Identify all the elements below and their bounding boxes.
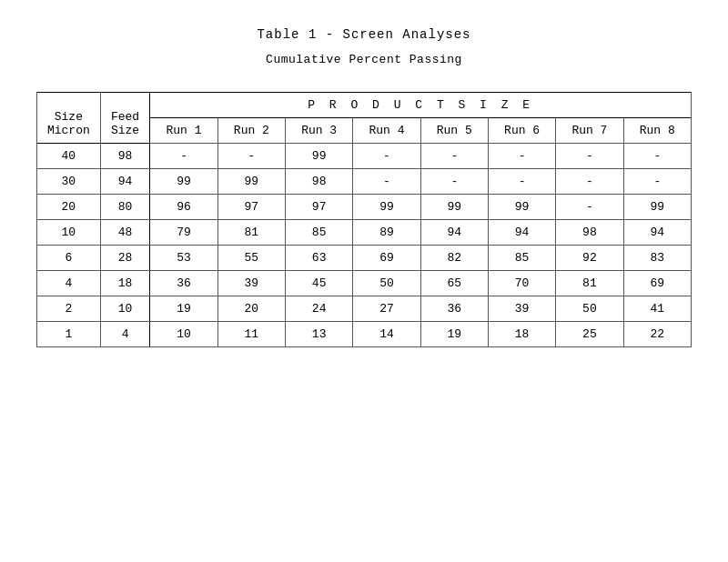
- cell-run7-row0: -: [556, 144, 623, 169]
- cell-run5-row5: 65: [420, 271, 488, 296]
- cell-size-row7: 1: [37, 322, 101, 347]
- cell-run8-row5: 69: [623, 271, 691, 296]
- cell-run6-row1: -: [488, 169, 555, 195]
- cell-feed-row4: 28: [100, 246, 150, 271]
- cell-run1-row0: -: [150, 144, 217, 169]
- col-header-size-micron: SizeMicron: [37, 93, 101, 144]
- cell-run6-row7: 18: [488, 322, 555, 347]
- page-title: Table 1 - Screen Analyses: [257, 27, 470, 42]
- cell-run2-row1: 99: [217, 169, 285, 195]
- table-row: 4098--99-----: [37, 144, 692, 169]
- cell-run4-row6: 27: [353, 296, 420, 322]
- cell-run5-row3: 94: [420, 220, 488, 246]
- cell-run8-row2: 99: [623, 195, 691, 220]
- cell-run8-row1: -: [623, 169, 691, 195]
- cell-run3-row0: 99: [286, 144, 353, 169]
- cell-run4-row5: 50: [353, 271, 420, 296]
- cell-run7-row7: 25: [556, 322, 623, 347]
- cell-size-row3: 10: [37, 220, 101, 246]
- col-header-run7: Run 7: [556, 118, 623, 144]
- cell-run5-row7: 19: [420, 322, 488, 347]
- cell-feed-row1: 94: [100, 169, 150, 195]
- col-header-run2: Run 2: [217, 118, 285, 144]
- cell-run5-row2: 99: [420, 195, 488, 220]
- cell-size-row1: 30: [37, 169, 101, 195]
- cell-run3-row4: 63: [286, 246, 353, 271]
- cell-size-row6: 2: [37, 296, 101, 322]
- table-row: 2101920242736395041: [37, 296, 692, 322]
- cell-run4-row1: -: [353, 169, 420, 195]
- data-table: SizeMicron FeedSize P R O D U C T S I Z …: [36, 92, 692, 347]
- cell-run2-row2: 97: [217, 195, 285, 220]
- cell-run2-row7: 11: [217, 322, 285, 347]
- cell-run6-row2: 99: [488, 195, 555, 220]
- cell-run4-row7: 14: [353, 322, 420, 347]
- cell-run8-row0: -: [623, 144, 691, 169]
- cell-run4-row2: 99: [353, 195, 420, 220]
- cell-run7-row2: -: [556, 195, 623, 220]
- cell-run3-row6: 24: [286, 296, 353, 322]
- cell-run6-row4: 85: [488, 246, 555, 271]
- cell-run5-row0: -: [420, 144, 488, 169]
- cell-run4-row0: -: [353, 144, 420, 169]
- cell-run1-row4: 53: [150, 246, 217, 271]
- cell-feed-row5: 18: [100, 271, 150, 296]
- cell-run5-row1: -: [420, 169, 488, 195]
- cell-size-row0: 40: [37, 144, 101, 169]
- cell-run5-row6: 36: [420, 296, 488, 322]
- table-row: 4183639455065708169: [37, 271, 692, 296]
- cell-run2-row6: 20: [217, 296, 285, 322]
- cell-run3-row1: 98: [286, 169, 353, 195]
- cell-run3-row7: 13: [286, 322, 353, 347]
- cell-run1-row5: 36: [150, 271, 217, 296]
- table-row: 141011131419182522: [37, 322, 692, 347]
- cell-feed-row7: 4: [100, 322, 150, 347]
- cell-run4-row3: 89: [353, 220, 420, 246]
- cell-run1-row7: 10: [150, 322, 217, 347]
- cell-run3-row5: 45: [286, 271, 353, 296]
- cell-feed-row3: 48: [100, 220, 150, 246]
- cell-run8-row3: 94: [623, 220, 691, 246]
- cell-run3-row3: 85: [286, 220, 353, 246]
- subtitle: Cumulative Percent Passing: [266, 53, 462, 66]
- cell-run2-row3: 81: [217, 220, 285, 246]
- cell-run7-row3: 98: [556, 220, 623, 246]
- cell-run7-row5: 81: [556, 271, 623, 296]
- cell-feed-row0: 98: [100, 144, 150, 169]
- cell-run6-row0: -: [488, 144, 555, 169]
- cell-size-row4: 6: [37, 246, 101, 271]
- col-header-run4: Run 4: [353, 118, 420, 144]
- cell-run2-row0: -: [217, 144, 285, 169]
- col-header-run5: Run 5: [420, 118, 488, 144]
- cell-run2-row5: 39: [217, 271, 285, 296]
- cell-run8-row7: 22: [623, 322, 691, 347]
- cell-run4-row4: 69: [353, 246, 420, 271]
- cell-run2-row4: 55: [217, 246, 285, 271]
- cell-run7-row4: 92: [556, 246, 623, 271]
- table-row: 10487981858994949894: [37, 220, 692, 246]
- col-header-run1: Run 1: [150, 118, 217, 144]
- table-row: 3094999998-----: [37, 169, 692, 195]
- cell-size-row2: 20: [37, 195, 101, 220]
- cell-run6-row5: 70: [488, 271, 555, 296]
- table-row: 2080969797999999-99: [37, 195, 692, 220]
- cell-run7-row6: 50: [556, 296, 623, 322]
- cell-run1-row1: 99: [150, 169, 217, 195]
- col-header-run3: Run 3: [286, 118, 353, 144]
- col-header-run8: Run 8: [623, 118, 691, 144]
- cell-run8-row4: 83: [623, 246, 691, 271]
- cell-run1-row3: 79: [150, 220, 217, 246]
- cell-feed-row2: 80: [100, 195, 150, 220]
- col-header-run6: Run 6: [488, 118, 555, 144]
- cell-run5-row4: 82: [420, 246, 488, 271]
- cell-run6-row3: 94: [488, 220, 555, 246]
- cell-run8-row6: 41: [623, 296, 691, 322]
- col-header-feed-size: FeedSize: [100, 93, 150, 144]
- table-wrapper: SizeMicron FeedSize P R O D U C T S I Z …: [36, 92, 692, 347]
- cell-feed-row6: 10: [100, 296, 150, 322]
- col-header-product-size: P R O D U C T S I Z E: [150, 93, 692, 118]
- cell-run7-row1: -: [556, 169, 623, 195]
- cell-size-row5: 4: [37, 271, 101, 296]
- cell-run1-row6: 19: [150, 296, 217, 322]
- table-row: 6285355636982859283: [37, 246, 692, 271]
